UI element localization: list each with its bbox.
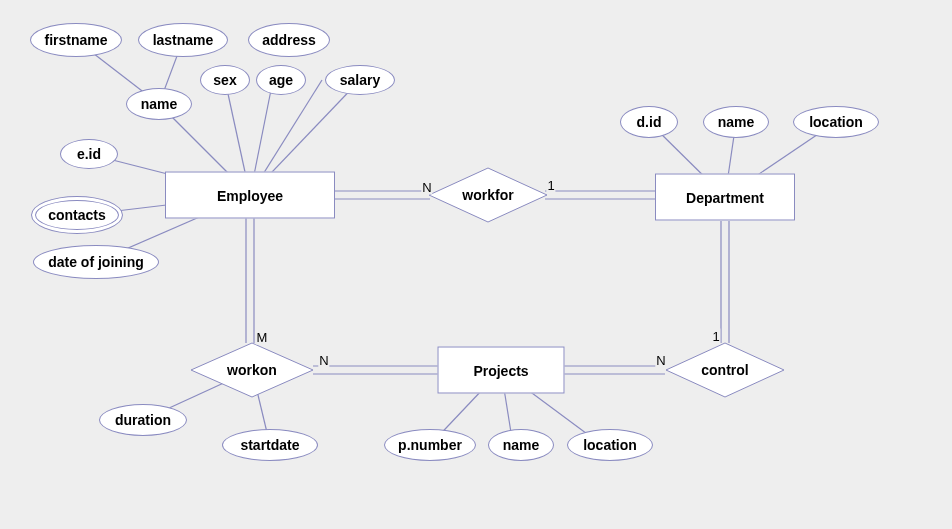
attr-pnumber-label: p.number — [398, 437, 462, 453]
attr-startdate-label: startdate — [240, 437, 299, 453]
attr-address: address — [248, 23, 330, 57]
card-control-left: N — [655, 353, 666, 368]
attr-name-emp: name — [126, 88, 192, 120]
attr-age: age — [256, 65, 306, 95]
relationship-control-label: control — [701, 362, 748, 378]
attr-sex-label: sex — [213, 72, 236, 88]
attr-age-label: age — [269, 72, 293, 88]
attr-name-dept: name — [703, 106, 769, 138]
attr-firstname: firstname — [30, 23, 122, 57]
attr-sex: sex — [200, 65, 250, 95]
attr-address-label: address — [262, 32, 316, 48]
entity-department: Department — [655, 174, 795, 221]
attr-location-proj-label: location — [583, 437, 637, 453]
attr-duration: duration — [99, 404, 187, 436]
entity-employee-label: Employee — [217, 187, 283, 203]
attr-location-dept: location — [793, 106, 879, 138]
attr-dateofjoining: date of joining — [33, 245, 159, 279]
attr-startdate: startdate — [222, 429, 318, 461]
card-workon-right: N — [318, 353, 329, 368]
attr-name-dept-label: name — [718, 114, 755, 130]
entity-projects-label: Projects — [473, 362, 528, 378]
card-workon-top: M — [256, 330, 269, 345]
attr-did: d.id — [620, 106, 678, 138]
attr-did-label: d.id — [637, 114, 662, 130]
attr-duration-label: duration — [115, 412, 171, 428]
attr-eid: e.id — [60, 139, 118, 169]
attr-lastname-label: lastname — [153, 32, 214, 48]
attr-lastname: lastname — [138, 23, 228, 57]
card-control-top: 1 — [711, 329, 720, 344]
attr-salary: salary — [325, 65, 395, 95]
card-workfor-left: N — [421, 180, 432, 195]
relationship-workfor: workfor — [428, 167, 548, 223]
relationship-control: control — [665, 342, 785, 398]
relationship-workon-label: workon — [227, 362, 277, 378]
attr-eid-label: e.id — [77, 146, 101, 162]
relationship-workon: workon — [190, 342, 314, 398]
entity-department-label: Department — [686, 189, 764, 205]
attr-name-emp-label: name — [141, 96, 178, 112]
attr-salary-label: salary — [340, 72, 380, 88]
attr-name-proj: name — [488, 429, 554, 461]
attr-pnumber: p.number — [384, 429, 476, 461]
entity-projects: Projects — [438, 347, 565, 394]
attr-firstname-label: firstname — [44, 32, 107, 48]
entity-employee: Employee — [165, 172, 335, 219]
relationship-workfor-label: workfor — [462, 187, 513, 203]
card-workfor-right: 1 — [546, 178, 555, 193]
attr-dateofjoining-label: date of joining — [48, 254, 144, 270]
er-diagram: Employee Department Projects workfor wor… — [0, 0, 952, 529]
attr-name-proj-label: name — [503, 437, 540, 453]
attr-contacts-label: contacts — [48, 207, 106, 223]
attr-location-proj: location — [567, 429, 653, 461]
attr-contacts: contacts — [31, 196, 123, 234]
attr-location-dept-label: location — [809, 114, 863, 130]
